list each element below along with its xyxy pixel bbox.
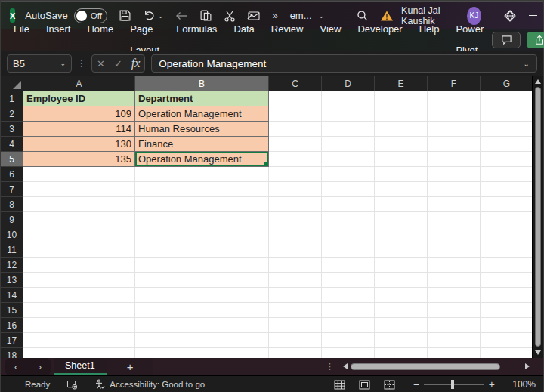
scrollbar-resize-grip[interactable]: ⋮	[326, 362, 334, 372]
cell-B7[interactable]	[135, 182, 269, 197]
cell-A13[interactable]	[23, 273, 135, 288]
minimize-button[interactable]	[521, 2, 544, 30]
prev-sheet-icon[interactable]: ‹	[14, 362, 17, 372]
cell-G10[interactable]	[481, 227, 533, 242]
cell-D1[interactable]	[322, 91, 375, 106]
tab-sheet1[interactable]: Sheet1	[54, 358, 107, 375]
features-button[interactable]	[503, 9, 517, 23]
expand-formula-bar-icon[interactable]: ⌄	[524, 60, 530, 68]
cell-F11[interactable]	[428, 242, 481, 258]
name-box[interactable]: B5 ⌄	[7, 54, 72, 73]
cell-B1[interactable]: Department	[135, 91, 269, 106]
row-header-8[interactable]: 8	[1, 197, 23, 212]
cell-E2[interactable]	[375, 106, 428, 122]
add-sheet-button[interactable]: +	[107, 360, 153, 373]
row-header-6[interactable]: 6	[1, 167, 23, 182]
cell-F7[interactable]	[428, 182, 481, 197]
cancel-formula-button[interactable]: ✕	[97, 58, 105, 69]
scroll-left-icon[interactable]	[343, 363, 348, 369]
cell-D4[interactable]	[322, 137, 375, 152]
vertical-scrollbar[interactable]	[532, 76, 543, 358]
cell-B2[interactable]: Operation Management	[135, 106, 269, 122]
cell-G6[interactable]	[481, 167, 533, 182]
cell-G15[interactable]	[481, 303, 533, 318]
enter-formula-button[interactable]: ✓	[114, 58, 122, 69]
cell-E8[interactable]	[375, 197, 428, 212]
cell-B6[interactable]	[135, 167, 269, 182]
cell-G3[interactable]	[481, 122, 533, 137]
cell-E11[interactable]	[375, 242, 428, 258]
cell-A9[interactable]	[23, 212, 135, 227]
row-header-3[interactable]: 3	[1, 122, 23, 137]
cell-A5[interactable]: 135	[23, 152, 135, 167]
next-sheet-icon[interactable]: ›	[39, 362, 42, 372]
cell-A1[interactable]: Employee ID	[23, 91, 135, 106]
row-header-13[interactable]: 13	[1, 273, 23, 288]
cell-G16[interactable]	[481, 318, 533, 333]
cell-E6[interactable]	[375, 167, 428, 182]
cell-C13[interactable]	[269, 273, 322, 288]
cell-C7[interactable]	[269, 182, 322, 197]
cell-G13[interactable]	[481, 273, 533, 288]
cell-D7[interactable]	[322, 182, 375, 197]
cell-C15[interactable]	[269, 303, 322, 318]
cell-E9[interactable]	[375, 212, 428, 227]
cell-G7[interactable]	[481, 182, 533, 197]
cell-A7[interactable]	[23, 182, 135, 197]
row-header-4[interactable]: 4	[1, 137, 23, 152]
row-header-15[interactable]: 15	[1, 303, 23, 318]
cell-A11[interactable]	[23, 242, 135, 258]
cell-B16[interactable]	[135, 318, 269, 333]
cell-C16[interactable]	[269, 318, 322, 333]
row-header-17[interactable]: 17	[1, 333, 23, 348]
cell-C18[interactable]	[269, 348, 322, 358]
cell-D13[interactable]	[322, 273, 375, 288]
cell-C17[interactable]	[269, 333, 322, 348]
scroll-right-icon[interactable]	[525, 363, 530, 369]
horizontal-scroll-thumb[interactable]	[351, 363, 500, 370]
cell-E1[interactable]	[375, 91, 428, 106]
cell-C14[interactable]	[269, 288, 322, 303]
cell-E12[interactable]	[375, 258, 428, 273]
cell-F8[interactable]	[428, 197, 481, 212]
cell-F18[interactable]	[428, 348, 481, 358]
cell-A18[interactable]	[23, 348, 135, 358]
formula-input[interactable]: Operation Management ⌄	[151, 54, 537, 73]
column-header-F[interactable]: F	[428, 76, 481, 91]
cell-A4[interactable]: 130	[23, 137, 135, 152]
row-header-18[interactable]: 18	[1, 348, 23, 358]
zoom-level[interactable]: 100%	[507, 379, 536, 390]
page-break-view-button[interactable]	[384, 380, 395, 390]
cell-D9[interactable]	[322, 212, 375, 227]
formula-bar-grip[interactable]: ⋮	[77, 58, 86, 69]
row-header-9[interactable]: 9	[1, 212, 23, 227]
cell-B10[interactable]	[135, 227, 269, 242]
cell-F12[interactable]	[428, 258, 481, 273]
scroll-down-icon[interactable]	[535, 350, 541, 355]
cell-B14[interactable]	[135, 288, 269, 303]
cell-D11[interactable]	[322, 242, 375, 258]
cell-G14[interactable]	[481, 288, 533, 303]
cell-E3[interactable]	[375, 122, 428, 137]
cell-E15[interactable]	[375, 303, 428, 318]
select-all-button[interactable]	[1, 76, 23, 91]
row-header-12[interactable]: 12	[1, 258, 23, 273]
comments-button[interactable]	[492, 32, 521, 48]
cell-B15[interactable]	[135, 303, 269, 318]
cell-C10[interactable]	[269, 227, 322, 242]
cell-G8[interactable]	[481, 197, 533, 212]
cell-F13[interactable]	[428, 273, 481, 288]
cell-A3[interactable]: 114	[23, 122, 135, 137]
cell-F4[interactable]	[428, 137, 481, 152]
cell-A10[interactable]	[23, 227, 135, 242]
row-header-7[interactable]: 7	[1, 182, 23, 197]
column-header-B[interactable]: B	[135, 76, 269, 91]
cell-F14[interactable]	[428, 288, 481, 303]
zoom-slider-handle[interactable]	[451, 380, 454, 389]
cell-E18[interactable]	[375, 348, 428, 358]
cell-F9[interactable]	[428, 212, 481, 227]
cell-B13[interactable]	[135, 273, 269, 288]
column-header-G[interactable]: G	[481, 76, 533, 91]
cell-D6[interactable]	[322, 167, 375, 182]
column-header-A[interactable]: A	[23, 76, 135, 91]
